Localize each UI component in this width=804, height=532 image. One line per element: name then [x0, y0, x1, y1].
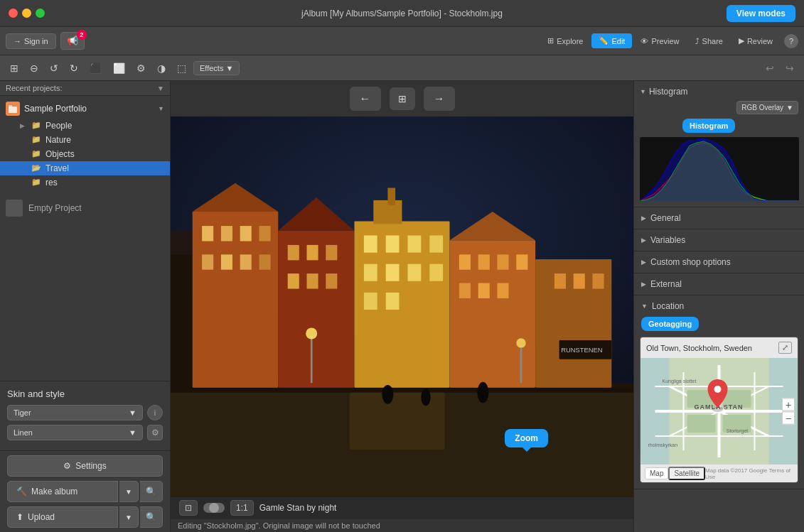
- custom-shop-section: ▶ Custom shop options: [634, 251, 804, 273]
- variables-header[interactable]: ▶ Variables: [634, 229, 804, 251]
- style-dropdown-icon: ▼: [129, 428, 136, 437]
- skin-info-button[interactable]: i: [147, 405, 163, 420]
- maximize-button[interactable]: [36, 9, 45, 18]
- histogram-tooltip: Histogram: [682, 119, 735, 133]
- folder-icon: 📁: [31, 135, 41, 145]
- variables-title: Variables: [650, 235, 685, 245]
- svg-rect-21: [288, 273, 299, 288]
- map-tab-map[interactable]: Map: [645, 467, 668, 479]
- main-layout: Recent projects: ▼ Sample Portfolio ▼ ▶ …: [0, 81, 804, 532]
- map-expand-button[interactable]: ⤢: [778, 342, 792, 354]
- location-section: ▼ Location Geotagging Old Town, Stockhol…: [634, 295, 804, 489]
- overlay-label: RGB Overlay: [741, 104, 783, 112]
- rotate-right-button[interactable]: ↻: [65, 60, 82, 77]
- make-album-button[interactable]: 🔨 Make album: [7, 481, 118, 502]
- contrast-button[interactable]: ◑: [153, 60, 170, 77]
- svg-text:RUNSTENEN: RUNSTENEN: [561, 347, 602, 354]
- make-album-dropdown-button[interactable]: ▼: [119, 481, 139, 502]
- overlay-select[interactable]: RGB Overlay ▼: [736, 101, 798, 114]
- histogram-triangle-icon: ▼: [640, 88, 646, 95]
- prev-image-button[interactable]: ←: [350, 87, 381, 111]
- map-zoom-in-button[interactable]: +: [782, 398, 795, 411]
- view-grid-button[interactable]: ⊞: [6, 60, 23, 77]
- upload-button[interactable]: ⬆ Upload: [7, 506, 118, 528]
- style-select[interactable]: Linen ▼: [7, 425, 143, 440]
- view-modes-button[interactable]: View modes: [727, 5, 795, 22]
- project-name: Sample Portfolio: [24, 104, 158, 114]
- map-tab-satellite[interactable]: Satellite: [668, 467, 705, 480]
- edit-button[interactable]: ✏️ Edit: [591, 33, 632, 48]
- histogram-header[interactable]: ▼ Histogram: [640, 87, 798, 97]
- make-album-search-button[interactable]: 🔍: [140, 481, 163, 502]
- fit-button[interactable]: ⊡: [179, 500, 198, 516]
- variables-triangle-icon: ▶: [641, 237, 646, 244]
- effects-label: Effects: [200, 64, 223, 72]
- svg-point-61: [477, 382, 488, 403]
- caption-input[interactable]: [254, 501, 625, 515]
- custom-shop-header[interactable]: ▶ Custom shop options: [634, 251, 804, 273]
- svg-rect-22: [307, 273, 318, 288]
- actual-size-button[interactable]: 1:1: [230, 500, 254, 516]
- edit-toolbar: ⊞ ⊖ ↺ ↻ ⬛ ⬜ ⚙ ◑ ⬚ Effects ▼ ↩ ↪: [0, 55, 804, 81]
- share-button[interactable]: ⤴ Share: [688, 34, 730, 48]
- review-icon: ▶: [739, 36, 744, 45]
- upload-dropdown-button[interactable]: ▼: [119, 506, 139, 528]
- svg-rect-44: [478, 283, 490, 298]
- general-section: ▶ General: [634, 207, 804, 229]
- image-container[interactable]: RUNSTENEN Zoom: [171, 116, 633, 497]
- sidebar-item-people[interactable]: ▶ 📁 People: [0, 119, 170, 133]
- zoom-slider[interactable]: [203, 503, 225, 513]
- settings-button[interactable]: ⚙ Settings: [7, 455, 163, 477]
- export-button[interactable]: ⬚: [173, 60, 191, 77]
- external-header[interactable]: ▶ External: [634, 273, 804, 295]
- effects-button[interactable]: Effects ▼: [193, 61, 240, 75]
- notification-badge: 2: [77, 30, 87, 40]
- upload-icon: ⬆: [16, 512, 23, 522]
- zoom-out-button[interactable]: ⊖: [26, 60, 43, 77]
- image-controls: ⊡ 1:1: [179, 500, 254, 516]
- rotate-left-button[interactable]: ↺: [45, 60, 63, 77]
- recent-projects-dropdown-icon[interactable]: ▼: [157, 85, 164, 92]
- preview-button[interactable]: 👁 Preview: [633, 34, 686, 48]
- transform-button[interactable]: ⬜: [109, 60, 129, 77]
- grid-view-button[interactable]: ⊞: [390, 87, 415, 110]
- sidebar-item-travel[interactable]: 📂 Travel: [0, 161, 170, 175]
- settings-gear-button[interactable]: ⚙: [132, 60, 150, 77]
- style-gear-button[interactable]: ⚙: [147, 425, 163, 440]
- tree-item-label: Travel: [45, 163, 69, 173]
- custom-shop-triangle-icon: ▶: [641, 259, 646, 266]
- explore-button[interactable]: ⊞ Explore: [540, 33, 590, 48]
- map-zoom-out-button[interactable]: −: [782, 412, 795, 425]
- crop-button[interactable]: ⬛: [85, 60, 106, 77]
- sidebar-item-nature[interactable]: 📁 Nature: [0, 133, 170, 147]
- effects-arrow-icon: ▼: [225, 64, 233, 72]
- notification-button[interactable]: 📢 2: [60, 32, 85, 50]
- redo-button[interactable]: ↪: [781, 60, 798, 77]
- svg-rect-40: [478, 254, 490, 269]
- next-image-button[interactable]: →: [424, 87, 455, 111]
- svg-point-53: [516, 338, 525, 347]
- empty-project-item[interactable]: Empty Project: [0, 195, 170, 221]
- location-header[interactable]: ▼ Location: [634, 295, 804, 317]
- location-triangle-icon: ▼: [641, 303, 648, 310]
- sidebar-item-res[interactable]: 📁 res: [0, 175, 170, 190]
- close-button[interactable]: [9, 9, 18, 18]
- sidebar-item-objects[interactable]: 📁 Objects: [0, 147, 170, 161]
- help-button[interactable]: ?: [784, 34, 798, 48]
- svg-text:Kungliga slottet: Kungliga slottet: [663, 379, 697, 384]
- top-toolbar: → Sign in 📢 2 ⊞ Explore ✏️ Edit 👁 Previe…: [0, 27, 804, 55]
- review-button[interactable]: ▶ Review: [731, 33, 780, 48]
- window-title: jAlbum [My Albums/Sample Portfolio] - St…: [301, 9, 503, 18]
- skin-select[interactable]: Tiger ▼: [7, 405, 143, 420]
- svg-rect-34: [429, 264, 443, 281]
- general-header[interactable]: ▶ General: [634, 207, 804, 229]
- svg-rect-30: [429, 236, 443, 253]
- project-header[interactable]: Sample Portfolio ▼: [0, 99, 170, 119]
- minimize-button[interactable]: [22, 9, 31, 18]
- svg-rect-27: [364, 236, 377, 253]
- project-expand-icon[interactable]: ▼: [158, 105, 164, 112]
- map-body[interactable]: GAMLA STAN Kungliga slottet Stortorget r…: [640, 358, 798, 465]
- upload-search-button[interactable]: 🔍: [140, 506, 163, 528]
- undo-button[interactable]: ↩: [761, 60, 778, 77]
- sign-in-button[interactable]: → Sign in: [6, 33, 56, 49]
